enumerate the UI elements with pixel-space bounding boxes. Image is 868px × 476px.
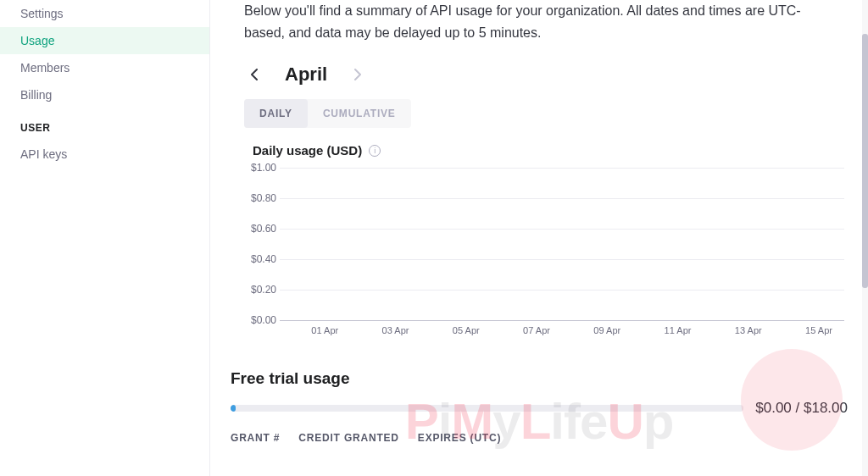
sidebar-section-user: USER <box>0 108 209 141</box>
scrollbar-thumb[interactable] <box>862 34 868 288</box>
y-tick: $0.80 <box>244 192 276 204</box>
free-trial-heading: Free trial usage <box>231 369 834 388</box>
next-month-button <box>348 64 368 85</box>
x-tick: 01 Apr <box>311 325 338 335</box>
y-tick: $0.00 <box>244 314 276 326</box>
sidebar-item-api-keys[interactable]: API keys <box>0 141 209 168</box>
info-icon[interactable]: i <box>369 145 381 157</box>
y-tick: $1.00 <box>244 162 276 174</box>
sidebar-item-usage[interactable]: Usage <box>0 27 209 54</box>
progress-bar <box>231 405 743 412</box>
month-nav: April <box>231 64 848 86</box>
col-expires: EXPIRES (UTC) <box>418 432 501 444</box>
x-tick: 03 Apr <box>382 325 409 335</box>
tab-cumulative[interactable]: CUMULATIVE <box>308 99 411 128</box>
col-credit: CREDIT GRANTED <box>298 432 399 444</box>
progress-fill <box>231 405 236 412</box>
x-tick: 05 Apr <box>453 325 480 335</box>
col-grant: GRANT # <box>231 432 280 444</box>
usage-description: Below you'll find a summary of API usage… <box>231 0 848 43</box>
x-tick: 09 Apr <box>593 325 620 335</box>
tab-daily[interactable]: DAILY <box>244 99 308 128</box>
scrollbar[interactable] <box>862 0 868 476</box>
chart-title: Daily usage (USD) <box>253 143 362 158</box>
usage-tabs: DAILY CUMULATIVE <box>244 99 411 128</box>
chevron-left-icon <box>250 69 259 80</box>
prev-month-button[interactable] <box>244 64 264 85</box>
sidebar-item-members[interactable]: Members <box>0 54 209 81</box>
y-tick: $0.20 <box>244 284 276 296</box>
sidebar-item-settings[interactable]: Settings <box>0 0 209 27</box>
grants-table-header: GRANT # CREDIT GRANTED EXPIRES (UTC) <box>231 432 848 444</box>
x-tick: 11 Apr <box>665 325 692 335</box>
chevron-right-icon <box>353 69 362 80</box>
y-tick: $0.60 <box>244 223 276 235</box>
progress-text: $0.00 / $18.00 <box>755 400 848 417</box>
main-content: Below you'll find a summary of API usage… <box>210 0 868 476</box>
x-tick: 07 Apr <box>523 325 550 335</box>
month-label: April <box>285 64 327 86</box>
y-tick: $0.40 <box>244 253 276 265</box>
x-tick: 15 Apr <box>805 325 832 335</box>
x-tick: 13 Apr <box>735 325 762 335</box>
daily-usage-chart: $1.00 $0.80 $0.60 $0.40 $0.20 $0.00 01 A… <box>244 168 844 346</box>
free-trial-progress: $0.00 / $18.00 <box>231 400 848 417</box>
sidebar-item-billing[interactable]: Billing <box>0 81 209 108</box>
sidebar: Settings Usage Members Billing USER API … <box>0 0 210 476</box>
